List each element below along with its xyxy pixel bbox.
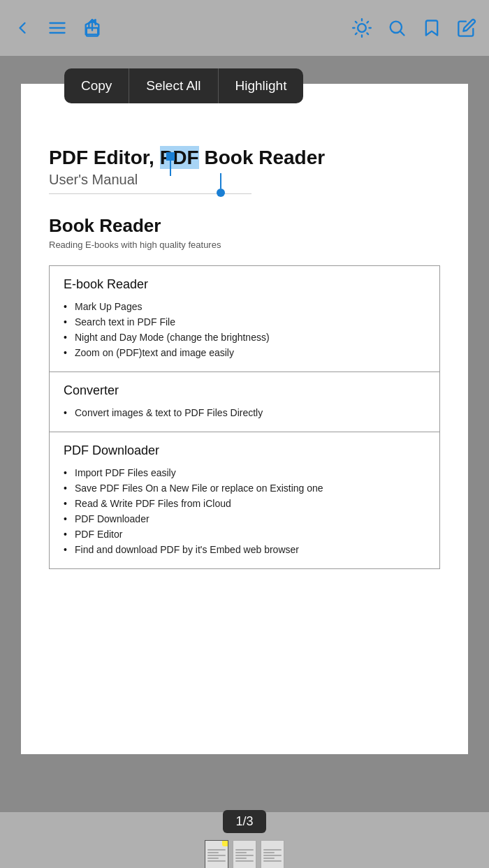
selection-handle-bottom bbox=[217, 173, 225, 197]
toolbar-right bbox=[352, 18, 476, 38]
feature-list-item: Mark Up Pages bbox=[64, 299, 425, 314]
feature-list-0: Mark Up PagesSearch text in PDF FileNigh… bbox=[50, 299, 439, 372]
edit-icon[interactable] bbox=[457, 18, 476, 38]
svg-point-5 bbox=[358, 24, 366, 32]
title-area: PDF Editor, PDF Book Reader bbox=[49, 147, 440, 169]
svg-line-9 bbox=[367, 33, 368, 34]
section-title: Book Reader bbox=[49, 215, 440, 237]
section-subtitle: Reading E-books with high quality featur… bbox=[49, 240, 440, 250]
svg-line-15 bbox=[400, 31, 404, 35]
thumbnail-lines-3 bbox=[261, 845, 284, 866]
feature-box-2: PDF DownloaderImport PDF Files easilySav… bbox=[49, 432, 440, 569]
feature-list-item: PDF Downloader bbox=[64, 511, 425, 527]
feature-list-item: PDF Editor bbox=[64, 527, 425, 542]
feature-list-item: Find and download PDF by it's Embed web … bbox=[64, 542, 425, 557]
list-icon[interactable] bbox=[48, 18, 67, 38]
feature-list-item: Convert images & text to PDF Files Direc… bbox=[64, 405, 425, 420]
feature-list-item: Read & Write PDF Files from iCloud bbox=[64, 496, 425, 511]
toolbar bbox=[0, 0, 489, 56]
page-indicator: 1/3 bbox=[223, 810, 265, 833]
svg-line-13 bbox=[367, 22, 368, 23]
handle-dot-top bbox=[166, 152, 175, 161]
feature-box-1: ConverterConvert images & text to PDF Fi… bbox=[49, 372, 440, 432]
highlight-button[interactable]: Highlight bbox=[219, 68, 304, 103]
copy-button[interactable]: Copy bbox=[64, 68, 129, 103]
document-title: PDF Editor, PDF Book Reader bbox=[49, 147, 440, 169]
feature-box-title-2: PDF Downloader bbox=[50, 432, 439, 465]
bookmark-icon[interactable] bbox=[422, 18, 441, 38]
handle-dot-bottom bbox=[217, 189, 225, 197]
feature-list-1: Convert images & text to PDF Files Direc… bbox=[50, 405, 439, 432]
feature-list-item: Import PDF Files easily bbox=[64, 465, 425, 480]
thumbnail-strip bbox=[205, 840, 284, 869]
back-button[interactable] bbox=[13, 18, 32, 38]
toolbar-left bbox=[13, 18, 102, 38]
feature-list-item: Save PDF Files On a New File or replace … bbox=[64, 480, 425, 496]
select-all-button[interactable]: Select All bbox=[129, 68, 218, 103]
content-area: Copy Select All Highlight PDF Editor, PD… bbox=[0, 56, 489, 812]
thumbnail-3[interactable] bbox=[261, 840, 284, 869]
feature-list-item: Search text in PDF File bbox=[64, 314, 425, 330]
title-part1: PDF Editor, bbox=[49, 147, 160, 168]
feature-boxes: E-book ReaderMark Up PagesSearch text in… bbox=[49, 265, 440, 569]
handle-line-top bbox=[170, 161, 171, 176]
bottom-bar: 1/3 bbox=[0, 812, 489, 868]
feature-box-title-0: E-book Reader bbox=[50, 266, 439, 299]
document-subtitle: User's Manual bbox=[49, 172, 440, 188]
feature-list-item: Zoom on (PDF)text and image easily bbox=[64, 345, 425, 360]
thumbnail-2[interactable] bbox=[233, 840, 256, 869]
context-menu: Copy Select All Highlight bbox=[64, 68, 303, 103]
search-icon[interactable] bbox=[387, 18, 407, 38]
brightness-icon[interactable] bbox=[352, 18, 372, 38]
svg-point-14 bbox=[391, 22, 402, 33]
selection-handle-top bbox=[166, 152, 175, 176]
share-icon[interactable] bbox=[82, 18, 102, 38]
thumbnail-1[interactable] bbox=[205, 840, 228, 869]
feature-box-0: E-book ReaderMark Up PagesSearch text in… bbox=[49, 265, 440, 372]
thumbnail-corner bbox=[222, 841, 228, 846]
feature-list-2: Import PDF Files easilySave PDF Files On… bbox=[50, 465, 439, 568]
feature-box-title-1: Converter bbox=[50, 372, 439, 405]
title-part2: Book Reader bbox=[199, 147, 326, 168]
pdf-page: Copy Select All Highlight PDF Editor, PD… bbox=[21, 84, 468, 754]
feature-list-item: Night and Day Mode (change the brightnes… bbox=[64, 330, 425, 345]
svg-line-12 bbox=[356, 33, 357, 34]
thumbnail-lines-1 bbox=[205, 845, 228, 866]
svg-line-8 bbox=[356, 22, 357, 23]
handle-line-bottom bbox=[220, 173, 221, 189]
thumbnail-lines-2 bbox=[233, 845, 256, 866]
